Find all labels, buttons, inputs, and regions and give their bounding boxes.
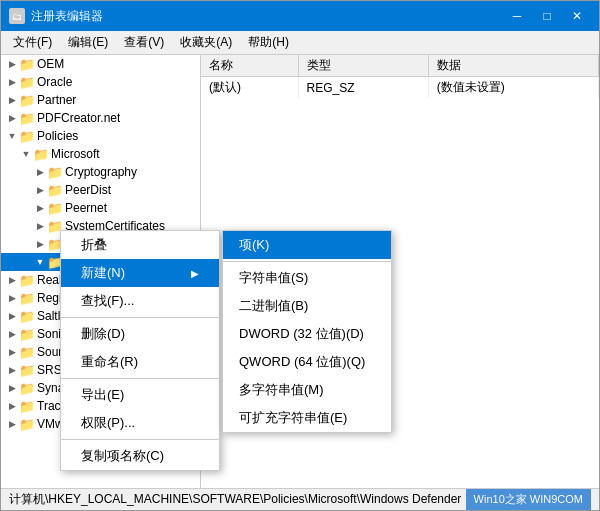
expand-icon[interactable]: ▶ xyxy=(33,167,47,177)
tree-item-label: PeerDist xyxy=(65,183,111,197)
sub-menu-item[interactable]: 项(K) xyxy=(223,231,391,259)
sub-menu-separator xyxy=(223,261,391,262)
expand-icon[interactable]: ▶ xyxy=(33,185,47,195)
expand-icon[interactable]: ▶ xyxy=(33,203,47,213)
menu-item[interactable]: 文件(F) xyxy=(5,31,60,54)
expand-icon[interactable]: ▶ xyxy=(5,383,19,393)
context-menu-label: 折叠 xyxy=(81,236,107,254)
sub-menu-item[interactable]: 可扩充字符串值(E) xyxy=(223,404,391,432)
tree-item-label: Cryptography xyxy=(65,165,137,179)
expand-icon[interactable]: ▶ xyxy=(5,419,19,429)
context-menu-item[interactable]: 导出(E) xyxy=(61,381,219,409)
context-menu-label: 权限(P)... xyxy=(81,414,135,432)
tree-item-label: Oracle xyxy=(37,75,72,89)
table-cell-data: (数值未设置) xyxy=(428,77,598,99)
tree-item[interactable]: ▶📁Peernet xyxy=(1,199,200,217)
context-menu-label: 查找(F)... xyxy=(81,292,134,310)
title-bar-left: 🗂 注册表编辑器 xyxy=(9,8,103,25)
menu-item[interactable]: 收藏夹(A) xyxy=(172,31,240,54)
expand-icon[interactable]: ▶ xyxy=(5,95,19,105)
context-menu-item[interactable]: 权限(P)... xyxy=(61,409,219,437)
folder-icon: 📁 xyxy=(19,363,35,378)
menu-item[interactable]: 查看(V) xyxy=(116,31,172,54)
tree-item[interactable]: ▼📁Microsoft xyxy=(1,145,200,163)
tree-item-label: PDFCreator.net xyxy=(37,111,120,125)
sub-menu-item[interactable]: QWORD (64 位值)(Q) xyxy=(223,348,391,376)
expand-icon[interactable]: ▶ xyxy=(5,113,19,123)
folder-icon: 📁 xyxy=(19,417,35,432)
table-header-row: 名称类型数据 xyxy=(201,55,599,77)
tree-item[interactable]: ▶📁Oracle xyxy=(1,73,200,91)
registry-editor-window: 🗂 注册表编辑器 ─ □ ✕ 文件(F)编辑(E)查看(V)收藏夹(A)帮助(H… xyxy=(0,0,600,511)
expand-icon[interactable]: ▶ xyxy=(33,239,47,249)
sub-menu-item[interactable]: DWORD (32 位值)(D) xyxy=(223,320,391,348)
sub-menu-item[interactable]: 二进制值(B) xyxy=(223,292,391,320)
expand-icon[interactable]: ▶ xyxy=(5,329,19,339)
tree-item[interactable]: ▶📁OEM xyxy=(1,55,200,73)
folder-icon: 📁 xyxy=(19,111,35,126)
tree-item-label: Policies xyxy=(37,129,78,143)
table-row[interactable]: (默认)REG_SZ(数值未设置) xyxy=(201,77,599,99)
tree-item[interactable]: ▶📁Cryptography xyxy=(1,163,200,181)
folder-icon: 📁 xyxy=(47,165,63,180)
status-path: 计算机\HKEY_LOCAL_MACHINE\SOFTWARE\Policies… xyxy=(9,491,466,508)
context-menu-item[interactable]: 折叠 xyxy=(61,231,219,259)
context-menu: 折叠新建(N)▶查找(F)...删除(D)重命名(R)导出(E)权限(P)...… xyxy=(60,230,220,471)
context-menu-separator xyxy=(61,439,219,440)
expand-icon[interactable]: ▶ xyxy=(5,311,19,321)
tree-item[interactable]: ▶📁Partner xyxy=(1,91,200,109)
expand-icon[interactable]: ▼ xyxy=(5,131,19,141)
expand-icon[interactable]: ▶ xyxy=(5,59,19,69)
folder-icon: 📁 xyxy=(19,291,35,306)
submenu-arrow-icon: ▶ xyxy=(191,268,199,279)
tree-item-label: Microsoft xyxy=(51,147,100,161)
folder-icon: 📁 xyxy=(19,75,35,90)
folder-icon: 📁 xyxy=(19,327,35,342)
title-bar: 🗂 注册表编辑器 ─ □ ✕ xyxy=(1,1,599,31)
expand-icon[interactable]: ▶ xyxy=(5,365,19,375)
folder-icon: 📁 xyxy=(47,201,63,216)
menu-bar: 文件(F)编辑(E)查看(V)收藏夹(A)帮助(H) xyxy=(1,31,599,55)
sub-menu-item[interactable]: 字符串值(S) xyxy=(223,264,391,292)
folder-icon: 📁 xyxy=(19,381,35,396)
tree-item[interactable]: ▶📁PDFCreator.net xyxy=(1,109,200,127)
menu-item[interactable]: 编辑(E) xyxy=(60,31,116,54)
expand-icon[interactable]: ▶ xyxy=(5,401,19,411)
sub-menu: 项(K)字符串值(S)二进制值(B)DWORD (32 位值)(D)QWORD … xyxy=(222,230,392,433)
folder-icon: 📁 xyxy=(19,345,35,360)
table-cell-name: (默认) xyxy=(201,77,298,99)
registry-table: 名称类型数据 (默认)REG_SZ(数值未设置) xyxy=(201,55,599,98)
expand-icon[interactable]: ▶ xyxy=(5,275,19,285)
status-brand: Win10之家 WIN9COM xyxy=(466,489,591,510)
expand-icon[interactable]: ▼ xyxy=(19,149,33,159)
tree-item[interactable]: ▼📁Policies xyxy=(1,127,200,145)
menu-item[interactable]: 帮助(H) xyxy=(240,31,297,54)
maximize-button[interactable]: □ xyxy=(533,6,561,26)
context-menu-separator xyxy=(61,378,219,379)
sub-menu-item[interactable]: 多字符串值(M) xyxy=(223,376,391,404)
tree-item[interactable]: ▶📁PeerDist xyxy=(1,181,200,199)
context-menu-item[interactable]: 删除(D) xyxy=(61,320,219,348)
close-button[interactable]: ✕ xyxy=(563,6,591,26)
minimize-button[interactable]: ─ xyxy=(503,6,531,26)
context-menu-label: 重命名(R) xyxy=(81,353,138,371)
context-menu-item[interactable]: 查找(F)... xyxy=(61,287,219,315)
expand-icon[interactable]: ▶ xyxy=(5,77,19,87)
status-bar: 计算机\HKEY_LOCAL_MACHINE\SOFTWARE\Policies… xyxy=(1,488,599,510)
expand-icon[interactable]: ▶ xyxy=(33,221,47,231)
context-menu-label: 复制项名称(C) xyxy=(81,447,164,465)
expand-icon[interactable]: ▼ xyxy=(33,257,47,267)
window-icon: 🗂 xyxy=(9,8,25,24)
tree-item-label: Partner xyxy=(37,93,76,107)
table-header: 名称 xyxy=(201,55,298,77)
context-menu-item[interactable]: 新建(N)▶ xyxy=(61,259,219,287)
context-menu-label: 删除(D) xyxy=(81,325,125,343)
folder-icon: 📁 xyxy=(19,129,35,144)
expand-icon[interactable]: ▶ xyxy=(5,293,19,303)
expand-icon[interactable]: ▶ xyxy=(5,347,19,357)
folder-icon: 📁 xyxy=(19,399,35,414)
context-menu-item[interactable]: 重命名(R) xyxy=(61,348,219,376)
context-menu-item[interactable]: 复制项名称(C) xyxy=(61,442,219,470)
folder-icon: 📁 xyxy=(19,309,35,324)
title-controls: ─ □ ✕ xyxy=(503,6,591,26)
